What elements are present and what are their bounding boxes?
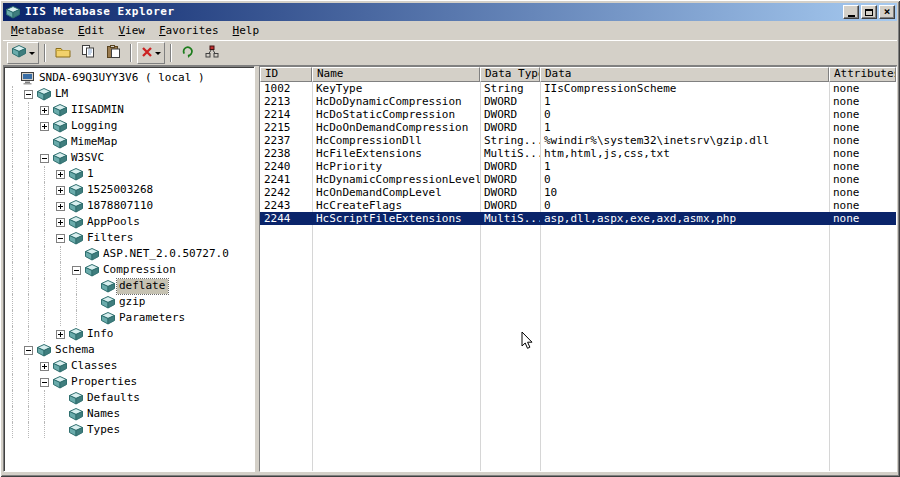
minimize-icon bbox=[848, 15, 855, 17]
table-row-2215[interactable]: 2215HcDoOnDemandCompressionDWORD1none bbox=[260, 121, 896, 134]
menu-edit[interactable]: Edit bbox=[71, 22, 112, 40]
cell-data-type: String bbox=[480, 82, 540, 95]
menu-favorites[interactable]: Favorites bbox=[152, 22, 226, 40]
tree-indent-guide bbox=[4, 422, 20, 438]
tree-item-gzip[interactable]: gzip bbox=[4, 294, 254, 310]
table-row-2237[interactable]: 2237HcCompressionDllString...%windir%\sy… bbox=[260, 134, 896, 147]
tree-item-info[interactable]: Info bbox=[4, 326, 254, 342]
column-header-attributes[interactable]: Attributes bbox=[829, 67, 896, 82]
column-header-name[interactable]: Name bbox=[312, 67, 480, 82]
cell-id: 2214 bbox=[260, 108, 312, 121]
network-button[interactable] bbox=[201, 42, 223, 64]
minimize-button[interactable] bbox=[843, 5, 859, 19]
toolbar bbox=[3, 40, 897, 66]
table-row-2241[interactable]: 2241HcDynamicCompressionLevelDWORD0none bbox=[260, 173, 896, 186]
tree-expander[interactable] bbox=[52, 214, 68, 230]
tree-item-1878807110[interactable]: 1878807110 bbox=[4, 198, 254, 214]
tree-item-logging[interactable]: Logging bbox=[4, 118, 254, 134]
paste-button[interactable] bbox=[102, 42, 125, 64]
tree-item-label: 1525003268 bbox=[85, 183, 156, 198]
tree-indent-guide bbox=[20, 358, 36, 374]
key-icon bbox=[11, 45, 27, 61]
cell-data: 1 bbox=[540, 95, 829, 108]
tree-expander[interactable] bbox=[52, 198, 68, 214]
menu-view[interactable]: View bbox=[111, 22, 152, 40]
toolbar-separator bbox=[44, 44, 46, 62]
tree-expander[interactable] bbox=[36, 358, 52, 374]
metabase-tree: SNDA-69Q3UYY3V6 ( local )LMIISADMINLoggi… bbox=[3, 66, 255, 472]
table-row-2243[interactable]: 2243HcCreateFlagsDWORD0none bbox=[260, 199, 896, 212]
tree-expander[interactable] bbox=[36, 374, 52, 390]
tree-item-w3svc[interactable]: W3SVC bbox=[4, 150, 254, 166]
tree-indent-guide bbox=[4, 198, 20, 214]
collapse-minus-icon bbox=[40, 154, 49, 163]
open-button[interactable] bbox=[51, 42, 75, 64]
tree-indent-guide bbox=[4, 294, 20, 310]
table-row-2213[interactable]: 2213HcDoDynamicCompressionDWORD1none bbox=[260, 95, 896, 108]
tree-expander[interactable] bbox=[36, 118, 52, 134]
tree-item-label: Parameters bbox=[117, 311, 188, 326]
metabase-key-icon bbox=[68, 423, 85, 437]
refresh-button[interactable] bbox=[177, 42, 199, 64]
tree-item-compression[interactable]: Compression bbox=[4, 262, 254, 278]
maximize-button[interactable] bbox=[861, 5, 877, 19]
folder-icon bbox=[55, 45, 71, 61]
properties-list: IDNameData TypeDataAttributes 1002KeyTyp… bbox=[259, 66, 897, 472]
tree-expander[interactable] bbox=[36, 150, 52, 166]
cell-name: HcCreateFlags bbox=[312, 199, 480, 212]
tree-expander[interactable] bbox=[20, 86, 36, 102]
tree-item-label: gzip bbox=[117, 295, 149, 310]
tree-expander[interactable] bbox=[52, 166, 68, 182]
table-row-2244[interactable]: 2244HcScriptFileExtensionsMultiS...asp,d… bbox=[260, 212, 896, 225]
tree-indent-guide bbox=[36, 278, 52, 294]
tree-item-parameters[interactable]: Parameters bbox=[4, 310, 254, 326]
column-header-data[interactable]: Data bbox=[540, 67, 829, 82]
tree-item-iisadmin[interactable]: IISADMIN bbox=[4, 102, 254, 118]
metabase-key-icon bbox=[68, 407, 85, 421]
tree-item-deflate[interactable]: deflate bbox=[4, 278, 254, 294]
connect-button[interactable] bbox=[7, 42, 39, 64]
tree-indent-guide bbox=[4, 246, 20, 262]
close-button[interactable]: × bbox=[879, 5, 895, 19]
tree-expander[interactable] bbox=[52, 182, 68, 198]
tree-item-types[interactable]: Types bbox=[4, 422, 254, 438]
tree-item-schema[interactable]: Schema bbox=[4, 342, 254, 358]
tree-item-snda-69q3uyy3v6-local[interactable]: SNDA-69Q3UYY3V6 ( local ) bbox=[4, 70, 254, 86]
tree-expander[interactable] bbox=[52, 230, 68, 246]
tree-item-mimemap[interactable]: MimeMap bbox=[4, 134, 254, 150]
tree-item-1525003268[interactable]: 1525003268 bbox=[4, 182, 254, 198]
tree-item-apppools[interactable]: AppPools bbox=[4, 214, 254, 230]
tree-expander-none bbox=[4, 70, 20, 86]
cell-id: 2244 bbox=[260, 212, 312, 225]
table-row-2240[interactable]: 2240HcPriorityDWORD1none bbox=[260, 160, 896, 173]
tree-item-filters[interactable]: Filters bbox=[4, 230, 254, 246]
tree-item-classes[interactable]: Classes bbox=[4, 358, 254, 374]
tree-indent-guide bbox=[52, 294, 68, 310]
metabase-key-icon bbox=[68, 231, 85, 245]
table-row-2242[interactable]: 2242HcOnDemandCompLevelDWORD10none bbox=[260, 186, 896, 199]
cell-data: 0 bbox=[540, 173, 829, 186]
delete-button[interactable] bbox=[137, 42, 165, 64]
tree-item-1[interactable]: 1 bbox=[4, 166, 254, 182]
delete-icon bbox=[141, 46, 153, 61]
metabase-key-icon bbox=[36, 343, 53, 357]
tree-expander[interactable] bbox=[36, 102, 52, 118]
tree-item-properties[interactable]: Properties bbox=[4, 374, 254, 390]
column-header-id[interactable]: ID bbox=[260, 67, 312, 82]
cell-name: HcOnDemandCompLevel bbox=[312, 186, 480, 199]
tree-item-lm[interactable]: LM bbox=[4, 86, 254, 102]
tree-item-defaults[interactable]: Defaults bbox=[4, 390, 254, 406]
table-row-2214[interactable]: 2214HcDoStaticCompressionDWORD0none bbox=[260, 108, 896, 121]
cell-attributes: none bbox=[829, 134, 896, 147]
tree-item-asp-net-2-0-50727-0[interactable]: ASP.NET_2.0.50727.0 bbox=[4, 246, 254, 262]
tree-expander[interactable] bbox=[52, 326, 68, 342]
tree-item-names[interactable]: Names bbox=[4, 406, 254, 422]
copy-button[interactable] bbox=[77, 42, 100, 64]
column-header-data-type[interactable]: Data Type bbox=[480, 67, 540, 82]
menu-metabase[interactable]: Metabase bbox=[4, 22, 71, 40]
table-row-2238[interactable]: 2238HcFileExtensionsMultiS...htm,html,js… bbox=[260, 147, 896, 160]
menu-help[interactable]: Help bbox=[226, 22, 267, 40]
tree-expander[interactable] bbox=[68, 262, 84, 278]
tree-expander[interactable] bbox=[20, 342, 36, 358]
table-row-1002[interactable]: 1002KeyTypeStringIIsCompressionSchemenon… bbox=[260, 82, 896, 95]
